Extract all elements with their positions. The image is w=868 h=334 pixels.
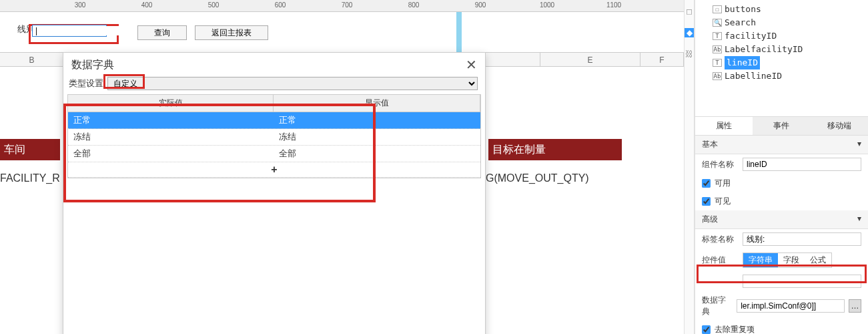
comp-name-label: 组件名称 xyxy=(702,159,739,170)
ctrlval-label: 控件值 xyxy=(702,255,739,266)
add-row-button[interactable]: + xyxy=(68,162,480,178)
ctrlval-toggle: 字符串 字段 公式 xyxy=(743,253,832,268)
dedupe-checkbox[interactable] xyxy=(702,325,711,334)
section-advanced[interactable]: 高级▾ xyxy=(695,210,868,229)
back-button[interactable]: 返回主报表 xyxy=(195,25,268,40)
collapse-icon[interactable]: ▾ xyxy=(857,214,861,225)
design-canvas[interactable]: 线别: ▦ ▼ 查询 返回主报表 B E F 车间 目标在制量 FACILITY… xyxy=(0,12,684,334)
search-icon: 🔍 xyxy=(713,19,722,27)
compass-icon[interactable]: ◆ xyxy=(685,28,694,37)
col-e[interactable]: E xyxy=(540,53,640,66)
tree-node[interactable]: ☐buttons xyxy=(713,3,868,16)
enable-checkbox[interactable] xyxy=(702,179,711,188)
link-icon[interactable]: ⛓ xyxy=(685,49,694,59)
enable-label: 可用 xyxy=(715,178,731,189)
line-combo[interactable]: ▦ ▼ xyxy=(32,25,107,37)
properties-panel: ☐buttons 🔍Search TfacilityID AbLabelfaci… xyxy=(695,0,868,334)
target-qty-header: 目标在制量 xyxy=(488,139,622,160)
component-tree[interactable]: ☐buttons 🔍Search TfacilityID AbLabelfaci… xyxy=(695,0,868,86)
tool-strip: ◻ ◆ ⛓ xyxy=(684,0,695,334)
modal-title: 数据字典 xyxy=(71,58,114,72)
col-display: 显示值 xyxy=(274,95,480,112)
query-button[interactable]: 查询 xyxy=(137,25,187,40)
tree-node[interactable]: TfacilityID xyxy=(713,29,868,43)
tree-node[interactable]: 🔍Search xyxy=(713,16,868,29)
label-icon: Ab xyxy=(713,45,722,53)
toggle-field[interactable]: 字段 xyxy=(778,253,805,267)
data-dictionary-modal: 数据字典 ✕ 类型设置 自定义 实际值 显示值 正常 正常 冻结 冻结 xyxy=(63,52,486,334)
ctrlval-input[interactable] xyxy=(743,275,861,288)
type-setting-select[interactable]: 自定义 xyxy=(107,77,478,90)
property-tabs: 属性 事件 移动端 xyxy=(695,116,868,136)
tab-mobile[interactable]: 移动端 xyxy=(811,117,868,135)
crop-icon[interactable]: ◻ xyxy=(685,7,694,16)
tab-events[interactable]: 事件 xyxy=(753,117,810,135)
section-basic[interactable]: 基本▾ xyxy=(695,136,868,154)
textfield-icon: T xyxy=(713,32,722,40)
col-b[interactable]: B xyxy=(0,53,64,66)
dedupe-label: 去除重复项 xyxy=(715,324,755,334)
tree-node[interactable]: AbLabellineID xyxy=(713,69,868,83)
close-icon[interactable]: ✕ xyxy=(466,57,477,73)
tab-properties[interactable]: 属性 xyxy=(695,117,753,135)
button-icon: ☐ xyxy=(713,5,722,13)
tree-node[interactable]: AbLabelfacilityID xyxy=(713,43,868,56)
textfield-icon: T xyxy=(713,59,722,67)
tree-node[interactable]: TlineID xyxy=(713,56,868,69)
dict-row[interactable]: 冻结 冻结 xyxy=(68,129,480,146)
dict-input[interactable] xyxy=(737,299,845,313)
horizontal-ruler: 300 400 500 600 700 800 900 1000 1100 xyxy=(0,0,684,12)
labelname-label: 标签名称 xyxy=(702,234,739,245)
visible-checkbox[interactable] xyxy=(702,197,711,206)
labelname-input[interactable] xyxy=(743,232,861,246)
collapse-icon[interactable]: ▾ xyxy=(857,139,861,150)
dict-row[interactable]: 正常 正常 xyxy=(68,112,480,129)
toggle-formula[interactable]: 公式 xyxy=(805,253,831,267)
col-f[interactable]: F xyxy=(640,53,684,66)
visible-label: 可见 xyxy=(715,196,731,207)
toggle-string[interactable]: 字符串 xyxy=(743,253,778,267)
moveout-cell: G(MOVE_OUT_QTY) xyxy=(486,172,589,184)
label-icon: Ab xyxy=(713,72,722,80)
dict-more-button[interactable]: … xyxy=(849,299,861,313)
dict-row[interactable]: 全部 全部 xyxy=(68,146,480,162)
line-combo-input[interactable] xyxy=(33,26,138,35)
facility-cell: FACILITY_R xyxy=(0,172,60,184)
dict-label: 数据字典 xyxy=(702,295,733,317)
dictionary-table: 实际值 显示值 正常 正常 冻结 冻结 全部 全部 + xyxy=(67,94,481,178)
col-actual: 实际值 xyxy=(68,95,274,112)
workshop-header: 车间 xyxy=(0,139,60,160)
type-setting-label: 类型设置 xyxy=(69,77,103,90)
comp-name-input[interactable] xyxy=(743,158,861,171)
